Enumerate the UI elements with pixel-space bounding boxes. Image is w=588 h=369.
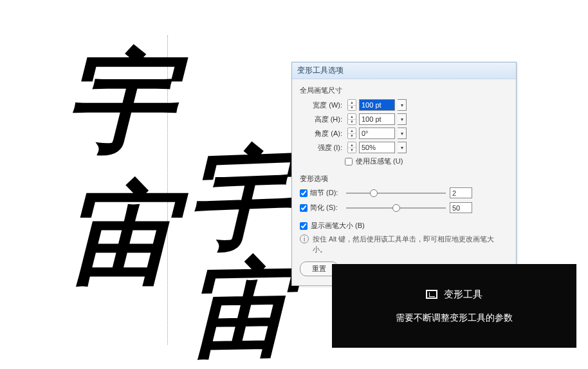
chevron-up-icon[interactable]: ▲ bbox=[348, 142, 356, 148]
calli-char-4: 宙 bbox=[187, 256, 289, 363]
detail-value[interactable]: 2 bbox=[450, 187, 472, 198]
dialog-titlebar: 变形工具选项 bbox=[292, 62, 516, 79]
warp-tool-options-dialog: 变形工具选项 全局画笔尺寸 宽度 (W): ▲▼ 100 pt ▾ 高度 (H)… bbox=[291, 62, 517, 286]
calli-char-1: 宇 bbox=[64, 48, 174, 158]
width-spinner[interactable]: ▲▼ bbox=[347, 99, 356, 111]
use-pressure-checkbox[interactable] bbox=[345, 158, 353, 166]
tip: i 按住 Alt 键，然后使用该工具单击，即可相应地更改画笔大小。 bbox=[300, 234, 508, 255]
height-label: 高度 (H): bbox=[300, 115, 345, 124]
warp-options-group: 变形选项 细节 (D): 2 简化 (S): bbox=[300, 174, 508, 213]
simplify-value[interactable]: 50 bbox=[450, 202, 472, 213]
warp-tool-icon bbox=[426, 290, 437, 299]
show-brush-label: 显示画笔大小 (B) bbox=[311, 221, 365, 231]
height-input[interactable]: 100 pt bbox=[359, 113, 395, 125]
height-spinner[interactable]: ▲▼ bbox=[347, 113, 356, 125]
angle-label: 角度 (A): bbox=[300, 129, 345, 138]
brush-dimensions-group: 全局画笔尺寸 宽度 (W): ▲▼ 100 pt ▾ 高度 (H): ▲▼ 10… bbox=[300, 86, 508, 166]
intensity-spinner[interactable]: ▲▼ bbox=[347, 142, 356, 153]
intensity-input[interactable]: 50% bbox=[359, 142, 395, 153]
simplify-checkbox[interactable] bbox=[300, 204, 308, 212]
detail-checkbox[interactable] bbox=[300, 189, 308, 197]
height-dropdown[interactable]: ▾ bbox=[398, 113, 407, 125]
chevron-down-icon[interactable]: ▼ bbox=[348, 120, 356, 125]
chevron-up-icon[interactable]: ▲ bbox=[348, 100, 356, 106]
angle-spinner[interactable]: ▲▼ bbox=[347, 128, 356, 139]
simplify-label: 简化 (S): bbox=[310, 203, 338, 213]
tooltip-title: 变形工具 bbox=[444, 289, 482, 301]
group-title-brush: 全局画笔尺寸 bbox=[300, 86, 508, 95]
intensity-dropdown[interactable]: ▾ bbox=[398, 142, 407, 153]
simplify-slider[interactable] bbox=[346, 203, 446, 213]
intensity-label: 强度 (I): bbox=[300, 143, 345, 153]
group-title-warp: 变形选项 bbox=[300, 174, 508, 184]
calli-char-3: 宇 bbox=[187, 144, 289, 256]
calli-char-2: 宙 bbox=[64, 180, 174, 290]
chevron-down-icon[interactable]: ▼ bbox=[348, 134, 356, 139]
angle-dropdown[interactable]: ▾ bbox=[398, 128, 407, 139]
width-input[interactable]: 100 pt bbox=[359, 99, 395, 111]
width-label: 宽度 (W): bbox=[300, 100, 345, 110]
detail-label: 细节 (D): bbox=[310, 188, 338, 198]
chevron-up-icon[interactable]: ▲ bbox=[348, 114, 356, 120]
tooltip-description: 需要不断调整变形工具的参数 bbox=[396, 312, 513, 324]
width-dropdown[interactable]: ▾ bbox=[398, 99, 407, 111]
tip-text: 按住 Alt 键，然后使用该工具单击，即可相应地更改画笔大小。 bbox=[313, 234, 508, 255]
detail-slider[interactable] bbox=[346, 189, 446, 198]
tooltip-panel: 变形工具 需要不断调整变形工具的参数 bbox=[332, 264, 576, 348]
info-icon: i bbox=[300, 234, 309, 243]
chevron-down-icon[interactable]: ▼ bbox=[348, 148, 356, 153]
show-brush-checkbox[interactable] bbox=[300, 222, 308, 230]
chevron-up-icon[interactable]: ▲ bbox=[348, 128, 356, 134]
chevron-down-icon[interactable]: ▼ bbox=[348, 106, 356, 111]
use-pressure-label: 使用压感笔 (U) bbox=[356, 156, 403, 166]
angle-input[interactable]: 0° bbox=[359, 128, 395, 139]
